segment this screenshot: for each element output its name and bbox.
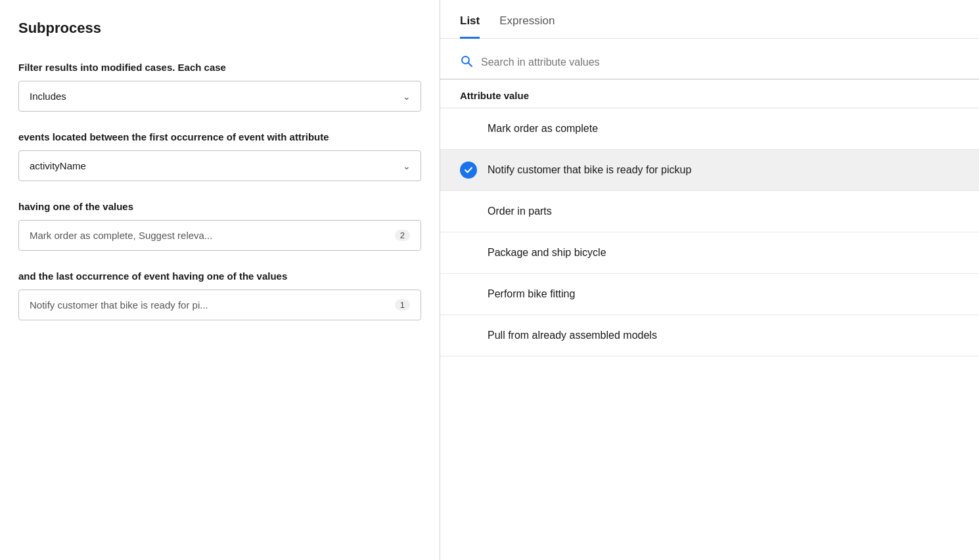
list-item[interactable]: Order in parts — [440, 191, 979, 232]
unselected-circle-6 — [460, 327, 477, 344]
activity-dropdown-wrapper: activityName ⌄ — [18, 150, 421, 181]
right-panel: List Expression Attribute value Mark ord… — [440, 0, 979, 560]
last-value-text: Notify customer that bike is ready for p… — [30, 299, 208, 311]
item-text-6: Pull from already assembled models — [488, 330, 657, 341]
events-label: events located between the first occurre… — [18, 130, 421, 144]
svg-line-1 — [468, 63, 472, 67]
includes-dropdown-wrapper: Includes ⌄ — [18, 81, 421, 112]
panel-title: Subprocess — [18, 20, 421, 37]
search-row — [440, 39, 979, 79]
search-icon — [460, 54, 473, 70]
filter-label: Filter results into modified cases. Each… — [18, 60, 421, 74]
list-items: Mark order as complete Notify customer t… — [440, 108, 979, 560]
check-icon — [460, 162, 477, 179]
list-item[interactable]: Mark order as complete — [440, 108, 979, 150]
list-item[interactable]: Package and ship bicycle — [440, 232, 979, 274]
includes-dropdown[interactable]: Includes — [18, 81, 421, 112]
having-values-display[interactable]: Mark order as complete, Suggest releva..… — [18, 220, 421, 251]
having-count-badge: 2 — [395, 230, 410, 241]
list-item-selected[interactable]: Notify customer that bike is ready for p… — [440, 150, 979, 191]
tab-list[interactable]: List — [460, 14, 480, 39]
last-values-display[interactable]: Notify customer that bike is ready for p… — [18, 290, 421, 320]
list-header: Attribute value — [440, 79, 979, 108]
having-label: having one of the values — [18, 200, 421, 213]
item-text-5: Perform bike fitting — [488, 288, 575, 300]
left-panel: Subprocess Filter results into modified … — [0, 0, 440, 560]
item-text-2: Notify customer that bike is ready for p… — [488, 164, 691, 176]
activity-dropdown[interactable]: activityName — [18, 150, 421, 181]
unselected-circle-3 — [460, 203, 477, 220]
item-text-4: Package and ship bicycle — [488, 247, 606, 259]
list-item[interactable]: Perform bike fitting — [440, 274, 979, 315]
item-text-1: Mark order as complete — [488, 123, 598, 135]
list-item[interactable]: Pull from already assembled models — [440, 315, 979, 356]
last-count-badge: 1 — [395, 299, 410, 311]
search-input[interactable] — [481, 56, 959, 68]
item-text-3: Order in parts — [488, 205, 552, 217]
having-value-text: Mark order as complete, Suggest releva..… — [30, 230, 212, 241]
tab-expression[interactable]: Expression — [499, 14, 555, 39]
last-label: and the last occurrence of event having … — [18, 269, 421, 283]
unselected-circle-1 — [460, 120, 477, 137]
unselected-circle-5 — [460, 286, 477, 303]
tabs-row: List Expression — [440, 0, 979, 39]
unselected-circle-4 — [460, 244, 477, 261]
